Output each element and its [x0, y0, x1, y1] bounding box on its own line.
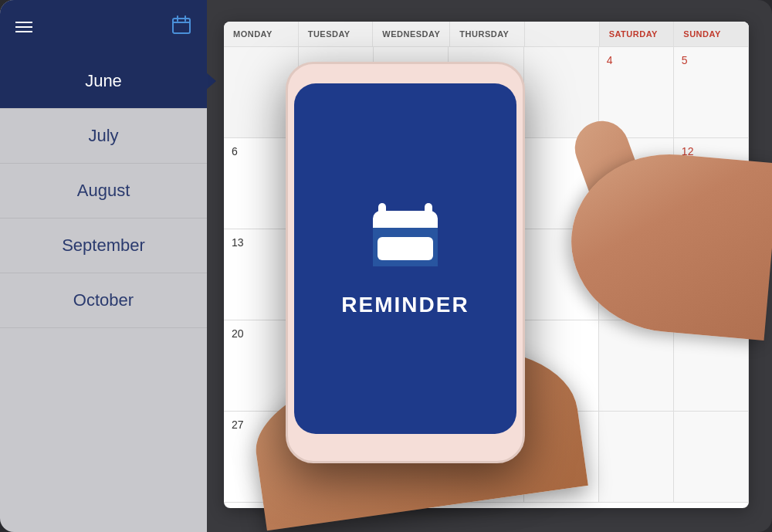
phone-calendar-icon — [367, 200, 444, 277]
table-row — [599, 320, 674, 412]
phone-screen: REMINDER — [294, 83, 516, 434]
sidebar-item-july[interactable]: July — [0, 109, 207, 164]
tablet-frame: 〈 — [0, 0, 772, 532]
month-list: June July August September October — [0, 54, 207, 328]
svg-rect-0 — [173, 19, 190, 33]
phone-overlay: REMINDER — [286, 62, 525, 463]
col-thursday: THURSDAY — [450, 22, 525, 47]
sidebar-item-september[interactable]: September — [0, 219, 207, 273]
phone-frame: REMINDER — [286, 62, 525, 463]
calendar-icon — [171, 15, 191, 39]
col-wednesday: WEDNESDAY — [373, 22, 450, 47]
table-row: 5 — [674, 47, 749, 138]
col-saturday: SATURDAY — [600, 22, 675, 47]
reminder-label: REMINDER — [341, 293, 469, 317]
hamburger-icon[interactable] — [15, 22, 32, 32]
sidebar: June July August September October — [0, 0, 207, 532]
col-monday: MONDAY — [224, 22, 299, 47]
calendar-header: MONDAY TUESDAY WEDNESDAY THURSDAY SATURD… — [224, 22, 749, 47]
svg-rect-10 — [378, 237, 433, 260]
sidebar-item-june[interactable]: June — [0, 54, 207, 109]
svg-rect-8 — [373, 228, 438, 236]
sidebar-item-august[interactable]: August — [0, 164, 207, 219]
col-sunday: SUNDAY — [674, 22, 749, 47]
sidebar-item-october[interactable]: October — [0, 273, 207, 328]
table-row — [599, 412, 674, 503]
sidebar-header — [0, 0, 207, 54]
col-tuesday: TUESDAY — [299, 22, 374, 47]
table-row — [674, 412, 749, 503]
col-friday — [525, 22, 600, 47]
